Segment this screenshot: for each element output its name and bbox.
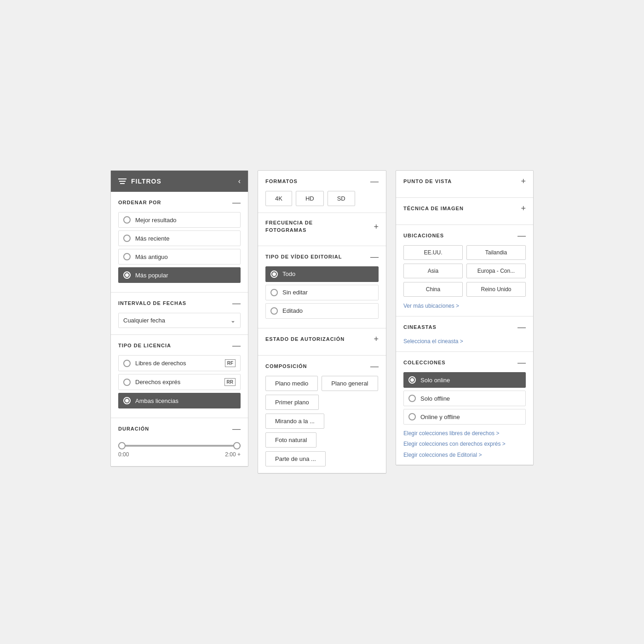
video-type-option-0[interactable]: Todo (265, 266, 379, 282)
section-fps-label: FRECUENCIA DE FOTOGRAMAS (265, 219, 348, 234)
license-option-1[interactable]: Derechos exprés RR (118, 374, 241, 390)
section-dates-toggle[interactable]: — (232, 299, 241, 307)
select-cineasta-link[interactable]: Selecciona el cineasta > (403, 338, 463, 345)
colecciones-option-2[interactable]: Online y offline (403, 409, 526, 425)
section-license-toggle[interactable]: — (232, 341, 241, 350)
section-formats-toggle[interactable]: — (370, 177, 379, 185)
section-dates-label: INTERVALO DE FECHAS (118, 300, 186, 306)
section-cineastas-title: CINEASTAS — (403, 323, 526, 331)
section-auth: ESTADO DE AUTORIZACIÓN + (258, 328, 386, 356)
section-license: TIPO DE LICENCIA — Libres de derechos RF… (111, 335, 248, 418)
radio-circle-0 (123, 216, 131, 224)
order-label-0: Mejor resultado (135, 217, 177, 224)
radio-license-circle-2 (123, 397, 131, 404)
duration-slider[interactable]: 0:00 2:00 + (118, 438, 241, 460)
colecciones-option-0[interactable]: Solo online (403, 372, 526, 388)
location-btn-2[interactable]: Asia (403, 264, 463, 278)
section-cineastas-label: CINEASTAS (403, 324, 437, 330)
header-left: FILTROS (118, 178, 161, 185)
radio-circle-3 (123, 271, 131, 279)
order-label-2: Más antiguo (135, 253, 168, 260)
section-colecciones-toggle[interactable]: — (518, 358, 526, 367)
order-option-2[interactable]: Más antiguo (118, 249, 241, 264)
location-btn-3[interactable]: Europa - Con... (466, 264, 526, 278)
slider-thumb-left[interactable] (118, 442, 126, 449)
section-tecnica-toggle[interactable]: + (521, 204, 526, 213)
section-dates-title: INTERVALO DE FECHAS — (118, 299, 241, 307)
colecciones-option-1[interactable]: Solo offline (403, 391, 526, 406)
colecciones-link-0[interactable]: Elegir colecciones libres de derechos > (403, 430, 526, 437)
section-fps-toggle[interactable]: + (374, 223, 379, 231)
section-fps-title: FRECUENCIA DE FOTOGRAMAS + (265, 219, 379, 234)
radio-license-circle-1 (123, 379, 131, 386)
order-option-0[interactable]: Mejor resultado (118, 212, 241, 228)
format-btn-hd[interactable]: HD (296, 191, 324, 206)
license-option-1-inner: Derechos exprés (123, 379, 180, 386)
location-btn-4[interactable]: China (403, 282, 463, 297)
section-composition-title: COMPOSICIÓN — (265, 362, 379, 370)
section-duration-title: DURACIÓN — (118, 425, 241, 433)
comp-btn-2[interactable]: Primer plano (265, 395, 319, 410)
panel-header: FILTROS ‹ (111, 171, 248, 192)
radio-col-circle-2 (408, 413, 416, 420)
colecciones-label-0: Solo online (420, 377, 450, 384)
section-cineastas-toggle[interactable]: — (518, 323, 526, 331)
order-option-3[interactable]: Más popular (118, 267, 241, 283)
right-panel: PUNTO DE VISTA + TÉCNICA DE IMAGEN + UBI… (396, 170, 534, 466)
slider-min-label: 0:00 (118, 451, 129, 458)
middle-panel: FORMATOS — 4K HD SD FRECUENCIA DE FOTOGR… (258, 170, 386, 474)
section-formats-label: FORMATOS (265, 178, 298, 184)
slider-max-label: 2:00 + (225, 451, 241, 458)
video-type-option-2[interactable]: Editado (265, 303, 379, 319)
slider-thumb-right[interactable] (233, 442, 241, 449)
section-punto-toggle[interactable]: + (521, 177, 526, 185)
comp-btn-1[interactable]: Plano general (322, 376, 378, 391)
comp-btn-3[interactable]: Mirando a la ... (265, 414, 324, 429)
colecciones-link-1[interactable]: Elegir colecciones con derechos exprés > (403, 440, 526, 448)
section-composition-toggle[interactable]: — (370, 362, 379, 370)
section-order-title: ORDENAR POR — (118, 198, 241, 207)
slider-fill (118, 445, 241, 447)
format-btn-sd[interactable]: SD (328, 191, 355, 206)
section-colecciones-title: COLECCIONES — (403, 358, 526, 367)
radio-col-circle-0 (408, 376, 416, 384)
composition-grid: Plano medio Plano general Primer plano M… (265, 376, 379, 466)
section-order: ORDENAR POR — Mejor resultado Más recien… (111, 192, 248, 293)
section-fps: FRECUENCIA DE FOTOGRAMAS + (258, 213, 386, 246)
license-badge-rr: RR (224, 378, 236, 386)
formats-grid: 4K HD SD (265, 191, 379, 206)
colecciones-link-2[interactable]: Elegir colecciones de Editorial > (403, 452, 526, 458)
more-locations-link[interactable]: Ver más ubicaciones > (403, 303, 459, 309)
section-tecnica-title: TÉCNICA DE IMAGEN + (403, 204, 526, 213)
order-option-1[interactable]: Más reciente (118, 230, 241, 246)
location-btn-5[interactable]: Reino Unido (466, 282, 526, 297)
more-locations-container: Ver más ubicaciones > (403, 301, 526, 310)
section-colecciones: COLECCIONES — Solo online Solo offline O… (396, 352, 533, 465)
close-panel-button[interactable]: ‹ (238, 177, 241, 185)
section-dates: INTERVALO DE FECHAS — Cualquier fecha ⌄ (111, 293, 248, 335)
section-auth-toggle[interactable]: + (374, 335, 379, 343)
radio-vt-circle-2 (270, 307, 278, 315)
comp-btn-4[interactable]: Foto natural (265, 432, 316, 448)
section-colecciones-label: COLECCIONES (403, 360, 446, 365)
section-duration-toggle[interactable]: — (232, 425, 241, 433)
video-type-option-1[interactable]: Sin editar (265, 285, 379, 300)
panel-title: FILTROS (131, 178, 161, 185)
date-select[interactable]: Cualquier fecha ⌄ (118, 313, 241, 328)
radio-circle-1 (123, 235, 131, 242)
license-option-2[interactable]: Ambas licencias (118, 393, 241, 408)
format-btn-4k[interactable]: 4K (265, 191, 292, 206)
order-label-3: Más popular (135, 272, 168, 279)
comp-btn-0[interactable]: Plano medio (265, 376, 318, 391)
radio-vt-circle-0 (270, 270, 278, 278)
location-btn-0[interactable]: EE.UU. (403, 245, 463, 260)
license-option-0[interactable]: Libres de derechos RF (118, 355, 241, 371)
section-ubicaciones-toggle[interactable]: — (518, 231, 526, 240)
section-video-type-toggle[interactable]: — (370, 253, 379, 261)
section-punto-label: PUNTO DE VISTA (403, 178, 452, 184)
location-btn-1[interactable]: Tailandia (466, 245, 526, 260)
section-order-toggle[interactable]: — (232, 198, 241, 207)
radio-col-circle-1 (408, 395, 416, 402)
comp-btn-5[interactable]: Parte de una ... (265, 451, 326, 466)
radio-license-circle-0 (123, 360, 131, 367)
